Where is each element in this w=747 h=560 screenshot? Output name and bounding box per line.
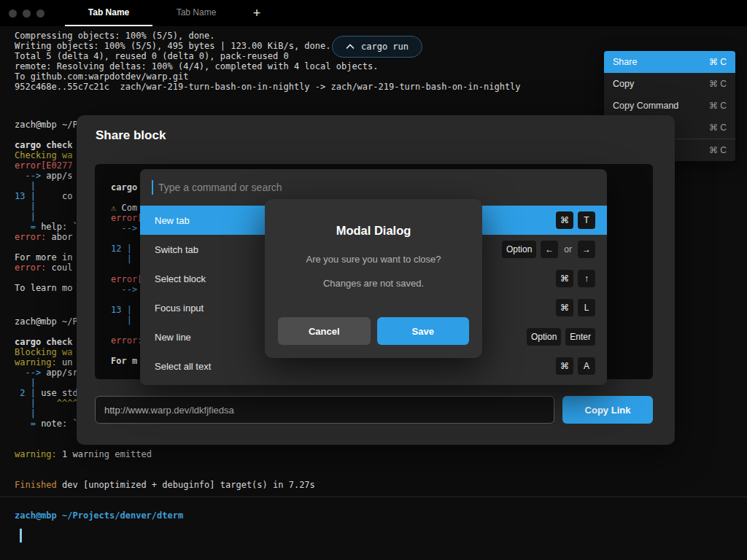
terminal-line: zach@mbp ~/Pr (15, 120, 83, 130)
palette-item-shortcuts: OptionEnter (527, 328, 595, 346)
palette-item-shortcuts: ⌘A (556, 357, 595, 375)
keycap-⌘: ⌘ (556, 270, 573, 287)
menu-item-shortcut: ⌘ C (709, 122, 727, 133)
tab-2[interactable]: Tab Name (152, 0, 240, 26)
menu-item-share[interactable]: Share⌘ C (604, 51, 735, 73)
palette-item-shortcuts: ⌘T (556, 211, 595, 229)
terminal-line: error: coul (15, 262, 83, 273)
terminal-line (15, 273, 83, 283)
menu-item-label: Copy Command (613, 101, 678, 111)
terminal-line: | (15, 181, 83, 191)
palette-item-label: Focus input (155, 303, 204, 314)
terminal-line (15, 459, 315, 470)
terminal-cursor (20, 529, 22, 542)
terminal-line (15, 470, 315, 480)
palette-search-input[interactable] (158, 182, 595, 193)
terminal-line: --> app/s (15, 171, 83, 181)
keycap-←: ← (541, 241, 558, 258)
keycap-⌘: ⌘ (556, 357, 573, 375)
terminal-line: | (15, 201, 83, 211)
palette-item-label: Select block (155, 273, 206, 284)
keycap-⌘: ⌘ (556, 299, 573, 316)
menu-item-shortcut: ⌘ C (709, 145, 727, 155)
terminal-line: 13 | co (15, 191, 83, 201)
palette-item-label: New line (155, 332, 191, 343)
keycap-option: Option (502, 241, 536, 258)
keycap-⌘: ⌘ (556, 211, 573, 229)
dialog-message-2: Changes are not saved. (265, 278, 482, 289)
cargo-run-pill-label: cargo run (361, 42, 409, 52)
copy-link-button[interactable]: Copy Link (562, 396, 653, 424)
cargo-run-pill-button[interactable]: cargo run (332, 36, 422, 58)
terminal-line: To learn mo (15, 283, 83, 293)
menu-item-copy-command[interactable]: Copy Command⌘ C (604, 95, 735, 117)
terminal-line (15, 130, 83, 140)
chevron-up-icon (346, 44, 355, 50)
dialog-title: Modal Dialog (265, 224, 482, 238)
menu-item-label: Copy (613, 79, 634, 89)
keycap-l: L (578, 299, 595, 316)
terminal-line: Writing objects: 100% (5/5), 495 bytes |… (15, 41, 521, 51)
keycap-option: Option (527, 328, 561, 346)
save-button[interactable]: Save (377, 317, 470, 345)
keycap-a: A (578, 357, 595, 375)
menu-item-shortcut: ⌘ C (709, 79, 727, 89)
tab-1[interactable]: Tab Name (65, 0, 152, 26)
maximize-button[interactable] (36, 9, 44, 18)
terminal-line: warning: 1 warning emitted (15, 449, 315, 459)
terminal-line: Total 5 (delta 4), reused 0 (delta 0), p… (15, 51, 521, 61)
titlebar: Tab Name Tab Name + (0, 0, 747, 26)
shell-prompt: zach@mbp ~/Projects/denver/dterm (15, 510, 183, 521)
palette-item-shortcuts: ⌘L (556, 299, 595, 316)
terminal-line: | (15, 211, 83, 222)
palette-item-label: Select all text (155, 361, 211, 372)
palette-item-shortcuts: ⌘↑ (556, 270, 595, 287)
terminal-line: cargo check (15, 140, 83, 150)
share-url-input[interactable] (95, 396, 554, 424)
keycap-t: T (578, 211, 595, 229)
palette-item-label: New tab (155, 215, 190, 226)
text-caret (152, 180, 153, 195)
terminal-line: = help: ` (15, 222, 83, 232)
terminal-output-cargo-check-errors: zach@mbp ~/Pr cargo checkChecking waerro… (15, 120, 83, 293)
tab-1-label: Tab Name (88, 7, 129, 18)
terminal-line: 952c468e..55c7c21c zach/war-219-turn-bas… (15, 82, 521, 92)
warp-terminal-window: Tab Name Tab Name + Compressing objects:… (0, 0, 747, 560)
keycap-↑: ↑ (578, 270, 595, 287)
dialog-buttons: Cancel Save (278, 317, 469, 345)
block-separator (0, 497, 747, 497)
terminal-line: error[E0277 (15, 160, 83, 171)
terminal-line: error: abor (15, 232, 83, 242)
close-button[interactable] (9, 9, 17, 18)
modal-dialog: Modal Dialog Are you sure you want to cl… (265, 199, 482, 358)
terminal-line: Checking wa (15, 150, 83, 160)
dialog-message-1: Are you sure you want to close? (265, 254, 482, 265)
terminal-line: remote: Resolving deltas: 100% (4/4), co… (15, 61, 521, 71)
cancel-button[interactable]: Cancel (278, 317, 371, 345)
terminal-line: To github.com:warpdotdev/warp.git (15, 71, 521, 82)
terminal-output-git-push: Compressing objects: 100% (5/5), done.Wr… (15, 31, 521, 92)
keycap-→: → (578, 241, 595, 258)
minimize-button[interactable] (23, 9, 31, 18)
menu-item-copy[interactable]: Copy⌘ C (604, 73, 735, 95)
window-controls (9, 0, 44, 26)
palette-item-shortcuts: Option←or→ (502, 241, 595, 258)
tab-2-label: Tab Name (177, 7, 217, 18)
menu-item-shortcut: ⌘ C (709, 57, 727, 67)
terminal-line: Compressing objects: 100% (5/5), done. (15, 31, 521, 41)
terminal-line (15, 242, 83, 252)
menu-item-label: Share (613, 57, 637, 67)
keycap-enter: Enter (565, 328, 595, 346)
tab-bar: Tab Name Tab Name (65, 0, 240, 26)
terminal-line: Finished dev [unoptimized + debuginfo] t… (15, 480, 315, 490)
new-tab-button[interactable]: + (240, 0, 274, 26)
terminal-line: For more in (15, 252, 83, 262)
palette-item-label: Switch tab (155, 244, 198, 255)
menu-item-shortcut: ⌘ C (709, 101, 727, 111)
share-modal-title: Share block (96, 128, 166, 143)
shortcut-connector-text: or (564, 244, 572, 254)
